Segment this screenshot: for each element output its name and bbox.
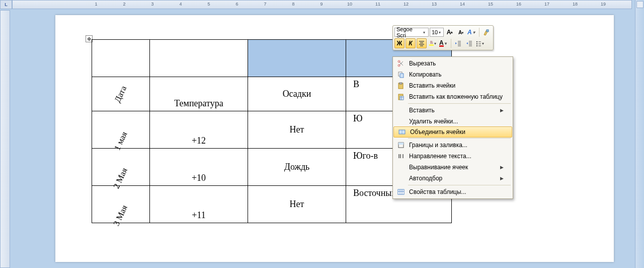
indent-icon — [466, 40, 472, 46]
horizontal-ruler: 12345678910111213141516171819 — [12, 0, 632, 9]
ruler-corner: L — [0, 0, 12, 9]
table-cell-date[interactable]: 2 Мая — [92, 149, 150, 186]
italic-button[interactable]: К — [406, 38, 416, 48]
svg-rect-0 — [487, 30, 489, 32]
svg-rect-10 — [399, 83, 402, 84]
svg-rect-16 — [398, 189, 404, 194]
ruler-tick: 19 — [601, 2, 606, 7]
document-page: ✥ Дата Температура Осадки В 1 мая +12 Не… — [55, 15, 614, 262]
menu-copy[interactable]: Копировать — [393, 69, 513, 80]
menu-paste-cells[interactable]: Вставить ячейки — [393, 80, 513, 91]
shrink-font-button[interactable]: A▾ — [456, 27, 466, 37]
table-header-temp[interactable]: Температура — [150, 77, 248, 111]
vertical-ruler — [0, 10, 10, 268]
svg-point-4 — [476, 45, 477, 46]
styles-button[interactable]: A▾ — [467, 27, 477, 37]
table-cell-temp[interactable]: +10 — [150, 149, 248, 186]
decrease-indent-button[interactable] — [453, 38, 463, 48]
menu-borders-fill[interactable]: Границы и заливка... — [393, 140, 513, 151]
bold-button[interactable]: Ж — [394, 38, 405, 48]
ruler-tick: 1 — [95, 2, 97, 7]
copy-icon — [397, 71, 405, 78]
menu-cut[interactable]: Вырезать — [393, 58, 513, 69]
table-props-icon — [397, 188, 405, 195]
svg-rect-1 — [429, 44, 434, 46]
table-cell[interactable] — [150, 40, 248, 77]
merge-cells-icon — [398, 128, 406, 136]
svg-rect-15 — [398, 143, 404, 145]
ruler-tick: 5 — [207, 2, 210, 7]
menu-paste-nested[interactable]: Вставить как вложенную таблицу — [393, 91, 513, 102]
svg-rect-8 — [400, 74, 404, 78]
svg-point-2 — [476, 41, 477, 42]
mini-toolbar: Segoe Scri▾ 10▾ A▴ A▾ A▾ Ж К ▾ A▾ — [392, 25, 494, 50]
menu-merge-cells[interactable]: Объединить ячейки — [393, 126, 512, 138]
paintbrush-icon — [483, 29, 490, 36]
align-center-icon — [419, 40, 425, 46]
ruler-tick: 15 — [488, 2, 493, 7]
paste-icon — [397, 82, 405, 89]
paste-table-icon — [397, 93, 405, 100]
text-direction-icon — [397, 153, 405, 160]
ruler-tick: 2 — [123, 2, 125, 7]
context-menu: Вырезать Копировать Вставить ячейки Вста… — [392, 56, 513, 199]
table-cell-temp[interactable]: +12 — [150, 111, 248, 149]
svg-point-3 — [476, 43, 477, 44]
table-header-precip[interactable]: Осадки — [248, 77, 346, 111]
bullets-button[interactable]: ▾ — [475, 38, 486, 48]
menu-text-direction[interactable]: Направление текста... — [393, 151, 513, 162]
ruler-tick: 11 — [375, 2, 380, 7]
ruler-tick: 7 — [264, 2, 266, 7]
ruler-tick: 10 — [347, 2, 352, 7]
submenu-arrow-icon: ▶ — [500, 108, 504, 113]
ruler-tick: 12 — [404, 2, 409, 7]
table-cell-precip[interactable]: Нет — [248, 186, 346, 223]
ruler-tick: 17 — [544, 2, 549, 7]
submenu-arrow-icon: ▶ — [500, 165, 504, 170]
ruler-tick: 13 — [432, 2, 437, 7]
highlight-button[interactable]: ▾ — [428, 38, 438, 48]
ruler-tick: 4 — [179, 2, 182, 7]
increase-indent-button[interactable] — [464, 38, 474, 48]
align-center-button[interactable] — [417, 38, 427, 48]
highlight-icon — [428, 40, 434, 47]
borders-icon — [397, 142, 405, 149]
table-cell-temp[interactable]: +11 — [150, 186, 248, 223]
menu-autofit[interactable]: Автоподбор ▶ — [393, 173, 513, 184]
format-painter-button[interactable] — [481, 27, 492, 37]
grow-font-button[interactable]: A▴ — [445, 27, 455, 37]
font-color-button[interactable]: A▾ — [439, 38, 449, 48]
ruler-tick: 14 — [460, 2, 465, 7]
menu-insert[interactable]: Вставить ▶ — [393, 105, 513, 116]
ruler-tick: 16 — [516, 2, 521, 7]
menu-table-properties[interactable]: Свойства таблицы... — [393, 186, 513, 197]
scroll-option-icon[interactable] — [636, 1, 643, 8]
table-cell-date[interactable]: 1 мая — [92, 111, 150, 149]
table-cell-date[interactable]: 3 Мая — [92, 186, 150, 223]
table-cell-precip[interactable]: Нет — [248, 111, 346, 149]
menu-cell-align[interactable]: Выравнивание ячеек ▶ — [393, 162, 513, 173]
ruler-tick: 6 — [235, 2, 238, 7]
table-cell-precip[interactable]: Дождь — [248, 149, 346, 186]
ruler-tick: 3 — [151, 2, 153, 7]
scissors-icon — [397, 60, 405, 67]
outdent-icon — [455, 40, 461, 46]
ruler-tick: 18 — [573, 2, 578, 7]
scrollbar-vertical[interactable] — [635, 0, 644, 268]
menu-delete-cells[interactable]: Удалить ячейки... — [393, 116, 513, 127]
bullets-icon — [476, 40, 481, 46]
table-cell[interactable] — [92, 40, 150, 77]
table-header-date[interactable]: Дата — [92, 77, 150, 111]
font-name-combo[interactable]: Segoe Scri▾ — [394, 28, 429, 37]
font-size-combo[interactable]: 10▾ — [430, 28, 444, 37]
table-cell-selected[interactable] — [248, 40, 346, 77]
submenu-arrow-icon: ▶ — [500, 176, 504, 181]
ruler-tick: 8 — [292, 2, 294, 7]
ruler-tick: 9 — [320, 2, 323, 7]
